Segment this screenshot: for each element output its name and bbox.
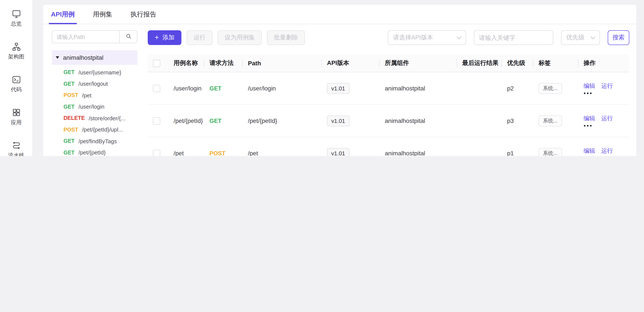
left-nav-rail: 总览架构图代码应用流水线测试数据设置 xyxy=(0,0,33,156)
tree-endpoint-item[interactable]: GET /user/logout xyxy=(52,78,137,90)
caret-down-icon[interactable] xyxy=(56,56,59,59)
column-header: 标签 xyxy=(534,55,578,72)
sidebar-item-apps[interactable]: 应用 xyxy=(8,105,24,129)
endpoint-path: /pet xyxy=(82,92,91,99)
apps-grid-icon xyxy=(12,107,21,117)
column-header: 请求方法 xyxy=(204,55,243,72)
edit-link[interactable]: 编辑 xyxy=(584,147,595,155)
column-header: 所属组件 xyxy=(380,55,457,72)
tree-endpoint-item[interactable]: GET /user/{username} xyxy=(52,67,137,78)
sidebar-item-code[interactable]: 代码 xyxy=(8,72,24,96)
edit-link[interactable]: 编辑 xyxy=(584,114,595,122)
api-version-chip: v1.01 xyxy=(327,148,350,156)
add-button[interactable]: + 添加 xyxy=(148,30,182,45)
api-version-chip: v1.01 xyxy=(327,83,350,94)
select-all-checkbox[interactable] xyxy=(153,60,160,67)
main-area: API用例用例集执行报告 animalhostpital GET xyxy=(33,0,644,156)
method-badge: GET xyxy=(64,138,74,144)
tag-chip[interactable]: 系统... xyxy=(538,115,562,126)
run-button[interactable]: 运行 xyxy=(186,30,212,45)
tag-chip[interactable]: 系统... xyxy=(538,83,562,94)
sidebar-item-label: 流水线 xyxy=(8,152,24,156)
component-cell: animalhostpital xyxy=(380,150,457,156)
set-suite-button[interactable]: 设为用例集 xyxy=(218,30,262,45)
tree-search-button[interactable] xyxy=(119,30,137,43)
endpoint-path: /user/login xyxy=(78,104,104,110)
edit-link[interactable]: 编辑 xyxy=(584,82,595,90)
column-header: 操作 xyxy=(578,55,629,72)
method-badge: DELETE xyxy=(64,115,85,121)
priority-cell: p2 xyxy=(502,85,534,92)
priority-placeholder: 优先级 xyxy=(566,34,584,42)
sidebar-item-label: 总览 xyxy=(11,20,22,28)
sidebar-item-label: 应用 xyxy=(11,119,22,126)
tab-api-cases[interactable]: API用例 xyxy=(51,5,75,24)
tree-endpoint-item[interactable]: GET /pet/{petId} xyxy=(52,147,137,156)
tree-endpoint-item[interactable]: GET /pet/findByTags xyxy=(52,135,137,147)
method-badge: GET xyxy=(64,104,74,110)
tree-endpoint-item[interactable]: POST /pet xyxy=(52,90,137,101)
table-header-row: 用例名称请求方法PathAPI版本所属组件最后运行结果优先级标签操作 xyxy=(148,55,629,72)
search-button[interactable]: 搜索 xyxy=(608,30,629,45)
priority-select[interactable]: 优先级 xyxy=(561,30,600,45)
content-body: animalhostpital GET /user/{username} GET… xyxy=(43,24,636,156)
sidebar-item-label: 代码 xyxy=(11,86,22,93)
chevron-down-icon xyxy=(457,34,462,39)
sidebar-item-pipeline[interactable]: 流水线 xyxy=(8,138,24,156)
method-badge: POST xyxy=(64,127,78,133)
tree-endpoint-item[interactable]: GET /user/login xyxy=(52,101,137,112)
keyword-input[interactable] xyxy=(474,30,553,45)
endpoint-path: /pet/{petId} xyxy=(78,149,106,156)
tree-root-node[interactable]: animalhostpital xyxy=(52,50,137,65)
tab-bar: API用例用例集执行报告 xyxy=(43,5,636,24)
actions-cell: 编辑 运行 ●●● xyxy=(578,147,629,156)
tree-endpoint-item[interactable]: POST /pet/{petId}/upl... xyxy=(52,124,137,135)
sidebar-item-architecture[interactable]: 架构图 xyxy=(8,39,24,63)
pipeline-icon xyxy=(12,140,21,150)
case-table: 用例名称请求方法PathAPI版本所属组件最后运行结果优先级标签操作 /user… xyxy=(148,55,629,156)
tab-case-suites[interactable]: 用例集 xyxy=(93,5,112,24)
priority-cell: p1 xyxy=(502,150,534,156)
row-checkbox[interactable] xyxy=(153,149,160,156)
endpoint-path: /user/{username} xyxy=(78,69,121,76)
actions-cell: 编辑 运行 ●●● xyxy=(578,82,629,95)
method-badge: GET xyxy=(64,150,74,156)
run-link[interactable]: 运行 xyxy=(601,114,613,122)
path-cell: /user/login xyxy=(243,85,322,92)
more-actions-icon[interactable]: ●●● xyxy=(584,123,593,127)
column-header: 优先级 xyxy=(502,55,534,72)
tag-chip[interactable]: 系统... xyxy=(538,148,562,156)
tree-root-label: animalhostpital xyxy=(63,54,104,61)
api-version-select[interactable]: 请选择API版本 xyxy=(388,30,466,45)
column-header: 用例名称 xyxy=(168,55,204,72)
tab-run-reports[interactable]: 执行报告 xyxy=(130,5,156,24)
filter-group: 请选择API版本 优先级 搜索 xyxy=(388,30,629,45)
content-card: API用例用例集执行报告 animalhostpital GET xyxy=(43,5,636,156)
endpoint-path: /user/logout xyxy=(78,81,108,87)
sidebar-item-overview[interactable]: 总览 xyxy=(8,6,24,30)
run-link[interactable]: 运行 xyxy=(601,82,613,90)
column-header: 最后运行结果 xyxy=(457,55,502,72)
endpoint-path: /pet/{petId}/upl... xyxy=(82,126,123,133)
path-cell: /pet/{petId} xyxy=(243,117,322,124)
row-checkbox[interactable] xyxy=(153,85,160,92)
run-link[interactable]: 运行 xyxy=(601,147,613,155)
path-search-input[interactable] xyxy=(52,30,119,43)
api-tree-panel: animalhostpital GET /user/{username} GET… xyxy=(52,30,137,156)
method-badge: POST xyxy=(64,92,78,98)
chevron-down-icon xyxy=(591,34,596,39)
actions-cell: 编辑 运行 ●●● xyxy=(578,114,629,127)
more-actions-icon[interactable]: ●●● xyxy=(584,91,593,95)
row-checkbox[interactable] xyxy=(153,117,160,124)
component-cell: animalhostpital xyxy=(380,85,457,92)
table-row: /pet POST /pet v1.01 animalhostpital p1 … xyxy=(148,137,629,156)
batch-delete-button[interactable]: 批量删除 xyxy=(267,30,305,45)
tree-endpoint-item[interactable]: DELETE /store/order/{... xyxy=(52,112,137,124)
path-cell: /pet xyxy=(243,150,322,156)
table-body: /user/login GET /user/login v1.01 animal… xyxy=(148,72,629,156)
search-icon xyxy=(125,33,132,41)
method-badge: GET xyxy=(64,81,74,87)
tree-endpoint-list: GET /user/{username} GET /user/logout PO… xyxy=(52,67,137,156)
method-badge: POST xyxy=(210,150,226,156)
table-toolbar: + 添加 运行 设为用例集 批量删除 请选择API版本 xyxy=(148,30,629,45)
